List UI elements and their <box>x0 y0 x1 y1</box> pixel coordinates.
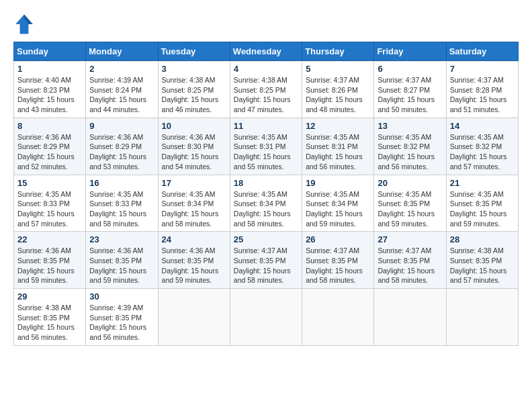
calendar-cell: 14Sunrise: 4:35 AMSunset: 8:32 PMDayligh… <box>446 118 518 175</box>
day-number: 15 <box>17 178 82 188</box>
weekday-header-row: SundayMondayTuesdayWednesdayThursdayFrid… <box>14 42 519 61</box>
day-info: Sunrise: 4:38 AMSunset: 8:25 PMDaylight:… <box>162 75 226 115</box>
day-info: Sunrise: 4:36 AMSunset: 8:30 PMDaylight:… <box>162 132 226 172</box>
header <box>13 13 519 35</box>
day-info: Sunrise: 4:37 AMSunset: 8:28 PMDaylight:… <box>450 75 515 115</box>
day-number: 25 <box>234 234 298 244</box>
calendar-cell: 18Sunrise: 4:35 AMSunset: 8:34 PMDayligh… <box>230 175 302 232</box>
calendar-cell: 29Sunrise: 4:38 AMSunset: 8:35 PMDayligh… <box>14 289 86 346</box>
calendar-week-2: 8Sunrise: 4:36 AMSunset: 8:29 PMDaylight… <box>14 118 519 175</box>
calendar-cell <box>230 289 302 346</box>
weekday-header-friday: Friday <box>374 42 446 61</box>
calendar-cell: 2Sunrise: 4:39 AMSunset: 8:24 PMDaylight… <box>86 61 158 118</box>
day-info: Sunrise: 4:37 AMSunset: 8:27 PMDaylight:… <box>378 75 442 115</box>
calendar-cell: 17Sunrise: 4:35 AMSunset: 8:34 PMDayligh… <box>158 175 230 232</box>
day-info: Sunrise: 4:35 AMSunset: 8:34 PMDaylight:… <box>306 189 370 229</box>
day-info: Sunrise: 4:35 AMSunset: 8:35 PMDaylight:… <box>378 189 442 229</box>
calendar-cell: 27Sunrise: 4:37 AMSunset: 8:35 PMDayligh… <box>374 232 446 289</box>
day-number: 7 <box>450 64 515 74</box>
calendar-cell: 30Sunrise: 4:39 AMSunset: 8:35 PMDayligh… <box>86 289 158 346</box>
calendar-cell: 9Sunrise: 4:36 AMSunset: 8:29 PMDaylight… <box>86 118 158 175</box>
calendar-week-3: 15Sunrise: 4:35 AMSunset: 8:33 PMDayligh… <box>14 175 519 232</box>
day-info: Sunrise: 4:35 AMSunset: 8:32 PMDaylight:… <box>450 132 515 172</box>
day-number: 5 <box>306 64 370 74</box>
day-info: Sunrise: 4:38 AMSunset: 8:25 PMDaylight:… <box>234 75 298 115</box>
weekday-header-saturday: Saturday <box>446 42 518 61</box>
calendar-cell: 13Sunrise: 4:35 AMSunset: 8:32 PMDayligh… <box>374 118 446 175</box>
calendar-week-4: 22Sunrise: 4:36 AMSunset: 8:35 PMDayligh… <box>14 232 519 289</box>
calendar-cell: 11Sunrise: 4:35 AMSunset: 8:31 PMDayligh… <box>230 118 302 175</box>
calendar-cell: 12Sunrise: 4:35 AMSunset: 8:31 PMDayligh… <box>302 118 374 175</box>
day-info: Sunrise: 4:39 AMSunset: 8:24 PMDaylight:… <box>89 75 154 115</box>
day-info: Sunrise: 4:37 AMSunset: 8:35 PMDaylight:… <box>306 246 370 285</box>
day-number: 22 <box>17 234 82 244</box>
day-info: Sunrise: 4:35 AMSunset: 8:32 PMDaylight:… <box>378 132 442 172</box>
weekday-header-tuesday: Tuesday <box>158 42 230 61</box>
calendar-cell <box>302 289 374 346</box>
day-info: Sunrise: 4:35 AMSunset: 8:33 PMDaylight:… <box>17 189 82 229</box>
day-number: 18 <box>234 178 298 188</box>
day-number: 28 <box>450 234 515 244</box>
calendar-cell: 20Sunrise: 4:35 AMSunset: 8:35 PMDayligh… <box>374 175 446 232</box>
calendar-cell: 10Sunrise: 4:36 AMSunset: 8:30 PMDayligh… <box>158 118 230 175</box>
day-info: Sunrise: 4:39 AMSunset: 8:35 PMDaylight:… <box>89 303 154 342</box>
calendar-cell <box>446 289 518 346</box>
day-number: 12 <box>306 121 370 131</box>
weekday-header-wednesday: Wednesday <box>230 42 302 61</box>
logo-icon <box>13 13 35 35</box>
day-number: 13 <box>378 121 442 131</box>
calendar-cell: 16Sunrise: 4:35 AMSunset: 8:33 PMDayligh… <box>86 175 158 232</box>
calendar-cell: 15Sunrise: 4:35 AMSunset: 8:33 PMDayligh… <box>14 175 86 232</box>
day-number: 20 <box>378 178 442 188</box>
calendar-cell: 5Sunrise: 4:37 AMSunset: 8:26 PMDaylight… <box>302 61 374 118</box>
day-number: 8 <box>17 121 82 131</box>
day-number: 30 <box>89 291 154 302</box>
day-number: 17 <box>162 178 226 188</box>
day-number: 14 <box>450 121 515 131</box>
day-info: Sunrise: 4:35 AMSunset: 8:34 PMDaylight:… <box>162 189 226 229</box>
day-number: 16 <box>89 178 154 188</box>
day-info: Sunrise: 4:35 AMSunset: 8:35 PMDaylight:… <box>450 189 515 229</box>
day-number: 24 <box>162 234 226 244</box>
day-number: 6 <box>378 64 442 74</box>
day-info: Sunrise: 4:36 AMSunset: 8:29 PMDaylight:… <box>17 132 82 172</box>
day-number: 29 <box>17 291 82 302</box>
day-number: 26 <box>306 234 370 244</box>
calendar-cell: 3Sunrise: 4:38 AMSunset: 8:25 PMDaylight… <box>158 61 230 118</box>
calendar-cell: 25Sunrise: 4:37 AMSunset: 8:35 PMDayligh… <box>230 232 302 289</box>
day-number: 19 <box>306 178 370 188</box>
day-info: Sunrise: 4:36 AMSunset: 8:35 PMDaylight:… <box>89 246 154 285</box>
day-info: Sunrise: 4:36 AMSunset: 8:29 PMDaylight:… <box>89 132 154 172</box>
day-info: Sunrise: 4:36 AMSunset: 8:35 PMDaylight:… <box>17 246 82 285</box>
calendar-cell: 4Sunrise: 4:38 AMSunset: 8:25 PMDaylight… <box>230 61 302 118</box>
calendar-cell: 26Sunrise: 4:37 AMSunset: 8:35 PMDayligh… <box>302 232 374 289</box>
calendar-cell: 21Sunrise: 4:35 AMSunset: 8:35 PMDayligh… <box>446 175 518 232</box>
calendar-cell: 22Sunrise: 4:36 AMSunset: 8:35 PMDayligh… <box>14 232 86 289</box>
calendar-cell: 24Sunrise: 4:36 AMSunset: 8:35 PMDayligh… <box>158 232 230 289</box>
day-info: Sunrise: 4:37 AMSunset: 8:35 PMDaylight:… <box>234 246 298 285</box>
day-number: 11 <box>234 121 298 131</box>
day-number: 3 <box>162 64 226 74</box>
calendar-cell <box>374 289 446 346</box>
weekday-header-sunday: Sunday <box>14 42 86 61</box>
calendar-cell <box>158 289 230 346</box>
calendar-cell: 8Sunrise: 4:36 AMSunset: 8:29 PMDaylight… <box>14 118 86 175</box>
day-info: Sunrise: 4:35 AMSunset: 8:31 PMDaylight:… <box>306 132 370 172</box>
calendar: SundayMondayTuesdayWednesdayThursdayFrid… <box>13 42 519 346</box>
weekday-header-monday: Monday <box>86 42 158 61</box>
day-number: 1 <box>17 64 82 74</box>
logo <box>13 13 38 35</box>
day-number: 10 <box>162 121 226 131</box>
day-number: 9 <box>89 121 154 131</box>
day-number: 27 <box>378 234 442 244</box>
day-info: Sunrise: 4:35 AMSunset: 8:33 PMDaylight:… <box>89 189 154 229</box>
calendar-cell: 6Sunrise: 4:37 AMSunset: 8:27 PMDaylight… <box>374 61 446 118</box>
day-number: 21 <box>450 178 515 188</box>
day-number: 23 <box>89 234 154 244</box>
day-number: 2 <box>89 64 154 74</box>
day-info: Sunrise: 4:38 AMSunset: 8:35 PMDaylight:… <box>450 246 515 285</box>
day-info: Sunrise: 4:38 AMSunset: 8:35 PMDaylight:… <box>17 303 82 342</box>
calendar-week-1: 1Sunrise: 4:40 AMSunset: 8:23 PMDaylight… <box>14 61 519 118</box>
weekday-header-thursday: Thursday <box>302 42 374 61</box>
calendar-cell: 28Sunrise: 4:38 AMSunset: 8:35 PMDayligh… <box>446 232 518 289</box>
